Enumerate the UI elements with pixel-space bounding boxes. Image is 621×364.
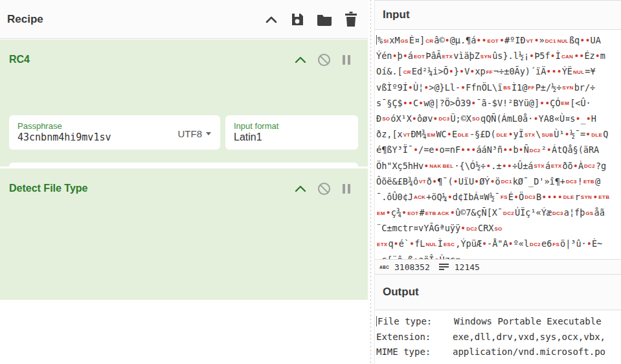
open-folder-icon[interactable] (317, 13, 332, 26)
input-bytes: r (575, 192, 580, 202)
input-bytes: á (408, 51, 413, 61)
input-bytes: P±/½÷ (536, 82, 562, 93)
control-char-tag: DC2 (529, 148, 541, 154)
control-char-tag: ESC (443, 242, 455, 247)
control-char-tag: FF (527, 85, 535, 91)
input-bytes: aëÎ (418, 255, 434, 259)
input-bytes: • (519, 144, 524, 155)
detect-collapse-icon[interactable] (295, 185, 306, 192)
input-bytes: ¬÷±0Ãy)´ïÄ (493, 66, 546, 76)
input-bytes: w@|?Ö>Ô39 (423, 98, 471, 108)
input-bytes: _ (581, 113, 586, 124)
save-recipe-icon[interactable] (290, 12, 304, 27)
input-bytes: È~ (592, 238, 602, 249)
io-panel: Input %SIxMGSÈ¤]CRâ©•@µ.¶á••EOT•#ºIÐVT•»… (374, 0, 621, 364)
input-bytes: d¢IbÁ¤W½¯ (453, 192, 500, 202)
input-bytes: UA (591, 35, 601, 45)
input-bytes: @ (595, 176, 600, 187)
character-count-value: 3108352 (394, 262, 430, 272)
input-bytes: • (499, 35, 504, 45)
control-char-tag: ETB (425, 210, 437, 216)
input-bytes: â© (434, 35, 444, 45)
control-char-tag: SYN (561, 85, 574, 91)
input-format-select[interactable]: Latin1 (234, 131, 358, 143)
detect-disable-icon[interactable] (317, 182, 331, 196)
input-bytes: é` (399, 238, 409, 249)
input-bytes: á (545, 161, 550, 171)
input-textarea[interactable]: %SIxMGSÈ¤]CRâ©•@µ.¶á••EOT•#ºIÐVT•»DC1NUL… (375, 30, 621, 259)
operation-rc4[interactable]: RC4 Passphrase 43cnbnm4hi9mv1sv (0, 40, 368, 166)
control-char-tag: EOT (487, 38, 499, 44)
input-bytes: • (450, 207, 455, 218)
operation-detect-file-type[interactable]: Detect File Type ✓Images✓Video✓Audio✓Doc… (0, 168, 368, 300)
input-bytes: • (586, 113, 591, 124)
input-text-line: %SIxMGSÈ¤]CRâ©•@µ.¶á••EOT•#ºIÐVT•»DC1NUL… (376, 32, 621, 48)
input-bytes: ö|³û· (560, 238, 587, 249)
passphrase-encoding-dropdown[interactable]: UTF8 (178, 128, 212, 139)
input-bytes: •• (502, 144, 513, 155)
input-bytes: ßq (569, 35, 580, 45)
output-title: Output (383, 286, 419, 299)
rc4-breakpoint-pause-icon[interactable] (342, 54, 351, 65)
detect-breakpoint-pause-icon[interactable] (342, 183, 351, 194)
text-cursor (376, 35, 377, 45)
input-bytes: • (595, 51, 600, 61)
input-bytes: FfnÖL\ï (466, 82, 502, 93)
input-bytes: • (408, 82, 413, 93)
input-bytes: þ (398, 51, 403, 61)
rc4-collapse-icon[interactable] (295, 56, 306, 63)
collapse-recipe-icon[interactable] (265, 16, 278, 23)
control-char-tag: DC3 (552, 210, 564, 216)
control-char-tag: DC3 (565, 179, 578, 185)
input-text-line: Öh"Xç5hHv•NAKBEL·{\Ó½÷•.±••÷Û±áSTXáETXðõ… (376, 158, 621, 174)
rc4-disable-icon[interactable] (317, 53, 331, 67)
input-bytes: } (454, 66, 459, 76)
control-char-tag: ACK (413, 194, 426, 200)
input-bytes: • (434, 144, 439, 155)
input-bytes: ••• (460, 144, 476, 155)
input-text-line: ETXq•é`•fLNULÌESC,ÝpüÆ•-Å"A•º«lDC2e6FSö|… (376, 236, 621, 251)
input-bytes: ½¯= (570, 129, 585, 139)
input-bytes: Éz (584, 51, 594, 61)
input-bytes: • (585, 129, 591, 139)
input-bytes: • (573, 161, 578, 171)
input-bytes: • (434, 255, 439, 259)
input-bytes: ØÝ (479, 176, 490, 187)
input-bytes: [<Û· (570, 98, 591, 108)
rc4-header: RC4 (0, 40, 368, 65)
input-bytes: • (490, 176, 495, 187)
control-char-tag: SO (471, 116, 480, 122)
input-bytes: • (413, 144, 418, 155)
clear-recipe-trash-icon[interactable] (344, 12, 357, 27)
input-bytes: E (452, 129, 457, 139)
input-text-line: é¶ßY³Ï¯•/=e•o=nF•••ááN³ñ••b•ÑDC2²•ÁtQå§(… (376, 142, 621, 157)
input-bytes: Ö (519, 192, 524, 202)
recipe-title: Recipe (7, 13, 43, 26)
input-bytes: ¯ã-$V!²BYü@] (476, 98, 539, 108)
input-bytes: ÁtQå§(äRA (552, 144, 599, 155)
input-bytes: • (403, 51, 408, 61)
passphrase-field[interactable]: Passphrase 43cnbnm4hi9mv1sv UTF8 (9, 115, 220, 150)
input-bytes: =¥ (585, 66, 595, 76)
input-bytes: ö (495, 176, 501, 187)
character-count-icon: ABC (379, 265, 389, 269)
input-bytes: fL (414, 238, 425, 249)
input-bytes: Ýén (376, 51, 392, 61)
control-char-tag: NUL (425, 242, 437, 247)
control-char-tag: FF (486, 69, 493, 75)
input-bytes: • (394, 238, 399, 249)
recipe-header: Recipe (0, 0, 368, 39)
input-bytes: #ºIÐ (504, 35, 526, 45)
input-bytes: Q (603, 129, 608, 139)
input-bytes: ÇÓ (550, 98, 560, 108)
line-count-value: 12145 (455, 262, 480, 272)
input-bytes: • (401, 207, 407, 218)
control-char-tag: SO (493, 226, 502, 232)
input-bytes: Ì (556, 51, 561, 61)
panel-splitter[interactable] (368, 0, 374, 364)
input-bytes: ôøv (417, 113, 433, 124)
input-bytes: • (547, 144, 552, 155)
input-format-field[interactable]: Input format Latin1 (225, 115, 358, 150)
input-bytes: Ed²¼i>Õ (412, 66, 449, 76)
output-textarea[interactable]: File type: Windows Portable ExecutableEx… (375, 310, 621, 363)
